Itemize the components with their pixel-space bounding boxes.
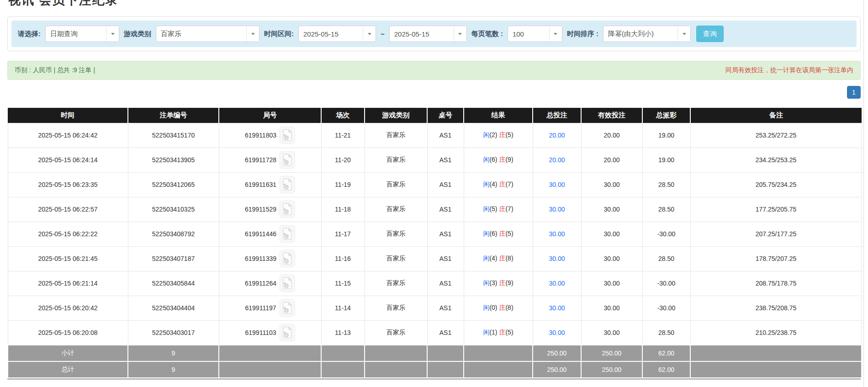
sum-empty-cell	[219, 345, 321, 361]
time-sort-select[interactable]	[603, 26, 691, 42]
records-table-body: 2025-05-15 06:24:42522503415170619911803…	[8, 123, 862, 378]
banker-result: 庄	[499, 131, 505, 138]
sum-count: 9	[128, 345, 219, 361]
player-result: 闲	[483, 279, 489, 286]
total-bet-link[interactable]: 30.00	[549, 181, 565, 188]
column-header: 时间	[8, 108, 128, 123]
film-icon	[282, 252, 292, 265]
sum-label: 小计	[8, 345, 128, 361]
cell-total-bet: 30.00	[533, 271, 581, 296]
table-row: 2025-05-15 06:20:08522503403017619911103…	[8, 320, 862, 345]
round-number: 619911264	[245, 280, 276, 287]
cell-session: 11-13	[321, 320, 365, 345]
subtotal-row: 小计9250.00250.0062.00	[8, 345, 862, 361]
records-table: 时间注单编号局号场次游戏类别桌号结果总投注有效投注总派彩备注 2025-05-1…	[7, 108, 862, 378]
banker-result: 庄	[499, 230, 505, 237]
video-replay-button[interactable]	[280, 275, 295, 292]
video-replay-button[interactable]	[280, 225, 295, 243]
chevron-down-icon[interactable]	[106, 26, 119, 42]
cell-bet-number: 522503408792	[128, 222, 219, 246]
total-bet-link[interactable]: 20.00	[549, 132, 565, 139]
cell-valid-bet: 30.00	[581, 222, 642, 246]
cell-time: 2025-05-15 06:20:08	[8, 320, 128, 345]
page-1-button[interactable]: 1	[847, 86, 861, 99]
query-type-select[interactable]	[45, 26, 119, 42]
cell-bet-number: 522503407187	[128, 246, 219, 271]
cell-game-category: 百家乐	[365, 271, 427, 296]
banker-points: (9)	[505, 279, 513, 286]
cell-session: 11-16	[321, 246, 365, 271]
cell-game-category: 百家乐	[365, 172, 427, 197]
chevron-down-icon[interactable]	[549, 26, 562, 42]
chevron-down-icon[interactable]	[454, 26, 466, 42]
cell-remark: 207.25/177.25	[690, 222, 862, 246]
cell-round-number: 619911339	[219, 246, 321, 271]
total-bet-link[interactable]: 30.00	[549, 206, 565, 213]
cell-valid-bet: 30.00	[581, 172, 642, 197]
filter-bar: 请选择: 游戏类别 时间区间: ~	[11, 21, 857, 47]
time-sort-input[interactable]	[603, 26, 677, 42]
cell-remark: 178.75/207.25	[690, 246, 862, 271]
banker-result: 庄	[499, 304, 505, 311]
cell-round-number: 619911529	[219, 197, 321, 222]
betting-records-page: 视讯 会员下注纪录 请选择: 游戏类别 时间区间: ~	[0, 0, 868, 387]
total-bet-link[interactable]: 20.00	[549, 156, 565, 164]
game-category-input[interactable]	[156, 26, 246, 42]
banker-result: 庄	[499, 156, 505, 163]
sum-total-bet: 250.00	[533, 345, 581, 361]
page-size-input[interactable]	[508, 26, 549, 42]
cell-payout: 28.50	[642, 172, 690, 197]
video-replay-button[interactable]	[280, 151, 295, 169]
round-number-wrap: 619911446	[245, 225, 295, 243]
video-replay-button[interactable]	[280, 324, 295, 341]
date-from-select[interactable]	[298, 26, 376, 42]
banker-points: (5)	[505, 329, 513, 336]
cell-session: 11-21	[321, 123, 365, 148]
chevron-down-icon[interactable]	[363, 26, 376, 42]
cell-bet-number: 522503412065	[128, 172, 219, 197]
cell-result: 闲(6) 庄(9)	[464, 148, 533, 172]
sum-label: 总计	[8, 361, 128, 378]
round-number-wrap: 619911264	[245, 275, 295, 292]
cell-game-category: 百家乐	[365, 296, 427, 320]
date-to-input[interactable]	[390, 26, 454, 42]
total-bet-link[interactable]: 30.00	[549, 329, 565, 336]
query-type-input[interactable]	[46, 26, 106, 42]
cell-remark: 253.25/272.25	[690, 123, 862, 148]
chevron-down-icon[interactable]	[246, 26, 259, 42]
time-sort-label: 时间排序 :	[567, 30, 598, 38]
cell-bet-number: 522503405844	[128, 271, 219, 296]
page-title-clip: 视讯 会员下注纪录	[7, 0, 861, 6]
game-category-select[interactable]	[156, 26, 259, 42]
total-bet-link[interactable]: 30.00	[549, 255, 565, 262]
sum-empty-cell	[690, 345, 862, 361]
total-bet-link[interactable]: 30.00	[549, 230, 565, 238]
cell-payout: 28.50	[642, 197, 690, 222]
table-row: 2025-05-15 06:24:14522503413905619911728…	[8, 148, 862, 172]
player-result: 闲	[483, 180, 489, 188]
page-size-select[interactable]	[508, 26, 562, 42]
video-replay-button[interactable]	[280, 250, 295, 267]
film-icon	[282, 129, 292, 142]
date-to-select[interactable]	[389, 26, 467, 42]
video-replay-button[interactable]	[280, 201, 295, 218]
cell-total-bet: 30.00	[533, 172, 581, 197]
round-number: 619911803	[245, 132, 276, 139]
cell-result: 闲(1) 庄(5)	[464, 320, 533, 345]
total-bet-link[interactable]: 30.00	[549, 280, 565, 287]
total-bet-link[interactable]: 30.00	[549, 304, 565, 312]
search-button[interactable]: 查询	[696, 26, 724, 42]
column-header: 游戏类别	[365, 108, 427, 123]
cell-round-number: 619911264	[219, 271, 321, 296]
cell-table-number: AS1	[427, 222, 464, 246]
column-header: 结果	[464, 108, 533, 123]
video-replay-button[interactable]	[280, 176, 295, 193]
column-header: 有效投注	[581, 108, 642, 123]
banker-points: (8)	[505, 304, 513, 311]
chevron-down-icon[interactable]	[677, 26, 690, 42]
cell-bet-number: 522503413905	[128, 148, 219, 172]
video-replay-button[interactable]	[280, 127, 295, 144]
banker-points: (8)	[505, 254, 513, 262]
date-from-input[interactable]	[299, 26, 363, 42]
video-replay-button[interactable]	[280, 299, 295, 317]
